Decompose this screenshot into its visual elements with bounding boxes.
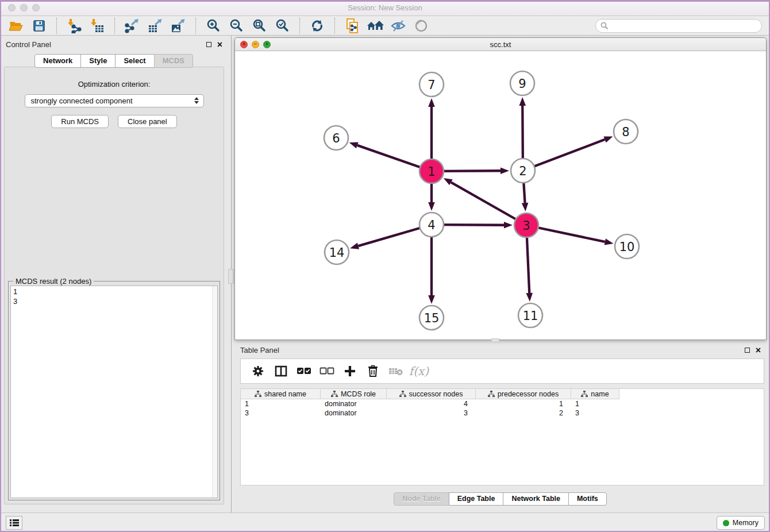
close-panel-icon[interactable]: × xyxy=(217,42,222,47)
edge-arrowhead xyxy=(605,238,614,245)
column-type-icon xyxy=(331,391,338,397)
export-network-icon[interactable] xyxy=(121,17,144,34)
column-header-mcds-role[interactable]: MCDS role xyxy=(321,389,387,399)
settings-gear-icon[interactable] xyxy=(248,361,268,381)
node-table: shared nameMCDS rolesuccessor nodesprede… xyxy=(240,388,764,485)
column-type-icon xyxy=(581,391,588,397)
cell-predecessor-nodes[interactable]: 2 xyxy=(476,408,571,418)
horizontal-splitter-grip[interactable] xyxy=(491,338,499,342)
network-graph-canvas[interactable]: 7968124314101511 xyxy=(235,51,766,340)
edge-arrowhead xyxy=(428,98,435,107)
edge-arrowhead xyxy=(350,243,359,249)
delete-column-icon[interactable] xyxy=(363,361,383,381)
mcds-result-text[interactable]: 1 3 xyxy=(10,286,218,498)
control-panel-tabs: NetworkStyleSelectMCDS xyxy=(0,54,228,68)
home-icon[interactable] xyxy=(364,17,387,34)
cell-mcds-role[interactable]: dominator xyxy=(321,408,387,418)
splitter-grip[interactable] xyxy=(228,269,234,284)
tab-mcds[interactable]: MCDS xyxy=(154,54,193,68)
close-table-panel-icon[interactable]: × xyxy=(756,348,761,353)
select-all-columns-icon[interactable] xyxy=(294,361,314,381)
column-label: shared name xyxy=(264,390,306,398)
optimization-criterion-select[interactable]: strongly connected component xyxy=(25,94,204,107)
cell-name[interactable]: 1 xyxy=(571,399,619,408)
apply-layout-icon[interactable] xyxy=(306,17,329,34)
cell-shared-name[interactable]: 3 xyxy=(241,408,321,418)
float-table-panel-icon[interactable] xyxy=(745,348,750,353)
node-label-9: 9 xyxy=(518,77,526,91)
result-scrollbar[interactable] xyxy=(212,286,217,498)
column-header-successor-nodes[interactable]: successor nodes xyxy=(387,389,476,399)
search-field-wrap xyxy=(595,19,762,33)
edge-arrowhead xyxy=(522,203,529,211)
tab-style[interactable]: Style xyxy=(80,54,116,68)
import-network-icon[interactable] xyxy=(63,17,86,34)
cell-shared-name[interactable]: 1 xyxy=(241,399,321,408)
export-table-icon[interactable] xyxy=(144,17,167,34)
optimization-criterion-label: Optimization criterion: xyxy=(5,80,224,88)
column-header-predecessor-nodes[interactable]: predecessor nodes xyxy=(476,389,571,399)
open-session-icon[interactable] xyxy=(5,17,28,34)
cell-name[interactable]: 3 xyxy=(571,408,619,418)
tab-motifs[interactable]: Motifs xyxy=(568,492,607,506)
column-label: name xyxy=(591,390,609,398)
toggle-panel-icon[interactable] xyxy=(271,361,291,381)
node-label-14: 14 xyxy=(329,246,345,260)
search-icon xyxy=(600,22,609,30)
column-header-shared-name[interactable]: shared name xyxy=(241,389,321,399)
edge-arrowhead xyxy=(349,142,359,148)
mcds-result-group: MCDS result (2 nodes) 1 3 xyxy=(8,281,220,500)
table-row-1[interactable]: 3dominator323 xyxy=(241,408,764,418)
toolbar-separator xyxy=(299,18,300,34)
tab-network-table[interactable]: Network Table xyxy=(503,492,569,506)
table-row-0[interactable]: 1dominator411 xyxy=(241,399,764,408)
node-label-8: 8 xyxy=(622,125,629,139)
tab-select[interactable]: Select xyxy=(115,54,154,68)
column-label: predecessor nodes xyxy=(498,390,559,398)
tab-node-table[interactable]: Node Table xyxy=(394,492,449,506)
toolbar-separator xyxy=(56,18,57,34)
zoom-in-icon[interactable] xyxy=(202,17,225,34)
close-panel-button[interactable]: Close panel xyxy=(118,115,177,128)
titlebar: Session: New Session xyxy=(0,0,770,16)
delete-table-icon xyxy=(386,361,406,381)
cell-successor-nodes[interactable]: 3 xyxy=(387,408,476,418)
column-header-name[interactable]: name xyxy=(571,389,619,399)
status-bar: Memory xyxy=(0,512,770,532)
search-input[interactable] xyxy=(595,19,762,33)
run-mcds-button[interactable]: Run MCDS xyxy=(51,115,109,128)
table-tabs: Node TableEdge TableNetwork TableMotifs xyxy=(234,492,767,506)
node-label-15: 15 xyxy=(424,311,440,325)
deselect-all-columns-icon[interactable] xyxy=(317,361,337,381)
cell-mcds-role[interactable]: dominator xyxy=(321,399,387,408)
tab-edge-table[interactable]: Edge Table xyxy=(449,492,504,506)
node-label-7: 7 xyxy=(428,78,435,92)
memory-button[interactable]: Memory xyxy=(717,516,765,530)
zoom-out-icon[interactable] xyxy=(225,17,248,34)
tab-network[interactable]: Network xyxy=(34,54,81,68)
mcds-result-title: MCDS result (2 nodes) xyxy=(13,277,94,286)
add-column-icon[interactable] xyxy=(340,361,360,381)
node-label-10: 10 xyxy=(619,240,635,254)
edge-arrowhead xyxy=(500,167,509,174)
hide-graphics-details-icon[interactable] xyxy=(387,17,410,34)
show-graphics-details-icon[interactable] xyxy=(410,17,433,34)
node-label-2: 2 xyxy=(519,164,526,178)
optimization-criterion-value: strongly connected component xyxy=(31,97,133,105)
cell-successor-nodes[interactable]: 4 xyxy=(387,399,476,408)
zoom-fit-icon[interactable] xyxy=(248,17,271,34)
network-window-titlebar: × − + scc.txt xyxy=(235,38,766,51)
function-builder-icon: f(x) xyxy=(409,361,429,381)
task-history-button[interactable] xyxy=(6,516,22,530)
node-label-3: 3 xyxy=(522,219,530,233)
zoom-selected-icon[interactable] xyxy=(271,17,294,34)
edge-3-1[interactable] xyxy=(451,182,526,225)
save-session-icon[interactable] xyxy=(28,17,51,34)
duplicate-network-icon[interactable] xyxy=(341,17,364,34)
import-table-icon[interactable] xyxy=(86,17,109,34)
edge-2-8[interactable] xyxy=(523,140,605,171)
export-image-icon[interactable] xyxy=(167,17,190,34)
main-toolbar xyxy=(0,16,770,36)
float-panel-icon[interactable] xyxy=(206,42,211,47)
cell-predecessor-nodes[interactable]: 1 xyxy=(476,399,571,408)
